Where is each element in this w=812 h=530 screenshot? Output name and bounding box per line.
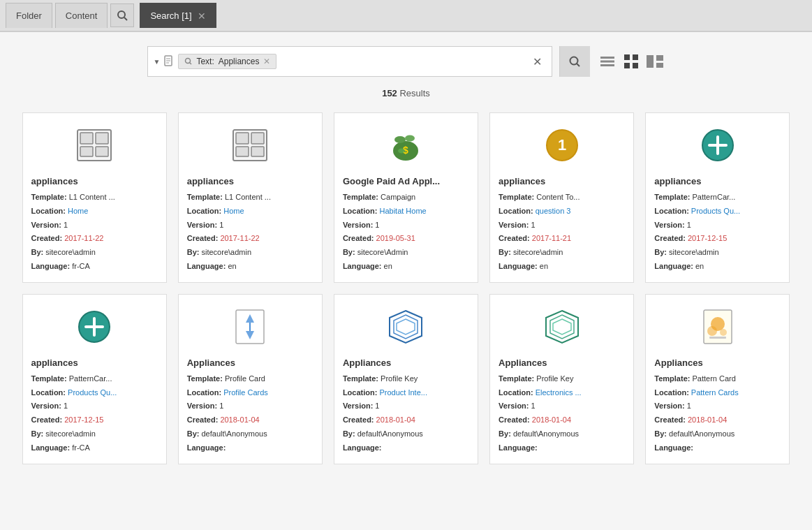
location-value[interactable]: Profile Cards (223, 388, 268, 397)
by-value: sitecore\admin (45, 429, 96, 438)
panel-view-icon (646, 54, 664, 68)
result-card-7[interactable]: Appliances Template: Profile Key Locatio… (334, 294, 478, 464)
result-card-6[interactable]: Appliances Template: Profile Card Locati… (178, 294, 323, 464)
result-card-5[interactable]: appliances Template: PatternCar... Locat… (22, 294, 167, 464)
svg-rect-10 (600, 57, 614, 59)
created-label: Created: (654, 234, 686, 242)
main-content: ▼ Text: (0, 32, 812, 530)
location-value[interactable]: Products Qu... (68, 388, 117, 397)
template-value: Profile Card (225, 374, 265, 383)
result-card-4[interactable]: appliances Template: PatternCar... Locat… (645, 112, 790, 283)
version-label: Version: (343, 402, 373, 410)
location-label: Location: (187, 388, 222, 397)
svg-rect-24 (96, 147, 108, 156)
svg-rect-29 (251, 147, 264, 156)
location-value[interactable]: Habitat Home (379, 207, 426, 215)
language-label: Language: (343, 262, 382, 270)
search-tab-icon[interactable] (110, 3, 134, 27)
by-value: default\Anonymous (669, 429, 735, 438)
location-value[interactable]: Home (223, 207, 244, 215)
svg-marker-47 (390, 311, 422, 343)
by-label: By: (499, 429, 511, 438)
search-clear-button[interactable]: ✕ (529, 55, 546, 68)
location-label: Location: (343, 207, 378, 215)
card-icon-area: $ (343, 124, 469, 166)
template-value: PatternCar... (69, 374, 112, 383)
created-value: 2018-01-04 (688, 415, 727, 424)
card-meta: Template: L1 Content ... Location: Home … (31, 191, 158, 274)
version-label: Version: (654, 221, 684, 229)
created-label: Created: (499, 415, 530, 424)
svg-point-55 (707, 326, 717, 336)
template-label: Template: (31, 374, 67, 383)
result-card-8[interactable]: Appliances Template: Profile Key Locatio… (489, 294, 634, 464)
panel-view-button[interactable] (644, 51, 665, 72)
template-label: Template: (187, 374, 223, 383)
location-value[interactable]: Product Inte... (379, 388, 427, 397)
language-label: Language: (187, 262, 226, 270)
template-label: Template: (654, 193, 690, 201)
result-card-1[interactable]: appliances Template: L1 Content ... Loca… (178, 112, 323, 283)
created-label: Created: (187, 234, 219, 242)
card-icon-area (654, 124, 781, 166)
svg-marker-49 (397, 319, 415, 334)
language-label: Language: (187, 443, 226, 452)
location-value[interactable]: Home (68, 207, 88, 215)
card-meta: Template: Campaign Location: Habitat Hom… (343, 191, 469, 274)
card-icon-area (499, 306, 625, 348)
location-value[interactable]: question 3 (536, 207, 571, 215)
location-value[interactable]: Electronics ... (536, 388, 582, 397)
svg-rect-26 (236, 133, 249, 144)
created-label: Created: (343, 415, 374, 424)
card-meta: Template: Profile Card Location: Profile… (187, 372, 313, 455)
version-value: 1 (64, 402, 68, 410)
search-dropdown-arrow[interactable]: ▼ (154, 58, 161, 66)
tab-search-close[interactable]: ✕ (198, 10, 206, 22)
svg-line-1 (124, 17, 127, 20)
tab-content[interactable]: Content (55, 3, 108, 28)
svg-rect-11 (600, 61, 614, 63)
tab-bar: Folder Content Search [1] ✕ (0, 0, 812, 32)
grid-view-button[interactable] (621, 51, 642, 72)
list-view-button[interactable] (597, 51, 618, 72)
by-value: sitecore\admin (45, 248, 96, 256)
card-meta: Template: Pattern Card Location: Pattern… (654, 372, 781, 455)
language-value: fr-CA (72, 262, 90, 270)
language-value: en (228, 262, 236, 270)
template-label: Template: (343, 193, 378, 201)
card-icon-area: 1 (499, 124, 625, 166)
created-label: Created: (499, 234, 530, 242)
svg-point-0 (118, 11, 125, 18)
version-value: 1 (219, 402, 223, 410)
by-value: sitecore\admin (513, 248, 563, 256)
by-label: By: (31, 248, 44, 256)
search-tag-close[interactable]: ✕ (263, 57, 270, 66)
search-submit-button[interactable] (559, 46, 590, 77)
language-label: Language: (499, 262, 538, 270)
version-value: 1 (687, 402, 691, 410)
card-title: appliances (187, 176, 234, 186)
language-value: en (695, 262, 704, 270)
version-value: 1 (531, 221, 536, 229)
result-card-0[interactable]: appliances Template: L1 Content ... Loca… (22, 112, 167, 283)
template-value: Profile Key (536, 374, 573, 383)
template-value: Profile Key (381, 374, 418, 383)
result-card-2[interactable]: $ Google Paid Ad Appl... Template: Campa… (334, 112, 478, 283)
by-label: By: (654, 248, 667, 256)
location-value[interactable]: Products Qu... (691, 207, 740, 215)
result-card-9[interactable]: Appliances Template: Pattern Card Locati… (645, 294, 790, 464)
card-title: Appliances (499, 358, 547, 368)
tab-folder[interactable]: Folder (6, 3, 52, 28)
language-value: en (384, 262, 392, 270)
version-label: Version: (187, 221, 217, 229)
tab-search-label: Search [1] (150, 10, 191, 21)
svg-marker-51 (550, 315, 574, 339)
results-label: Results (399, 88, 429, 98)
card-title: appliances (499, 176, 545, 186)
created-value: 2017-11-21 (532, 234, 571, 242)
result-card-3[interactable]: 1 appliances Template: Content To... Loc… (489, 112, 634, 283)
by-label: By: (343, 429, 355, 438)
by-value: sitecore\Admin (357, 248, 408, 256)
tab-search[interactable]: Search [1] ✕ (140, 3, 216, 28)
location-value[interactable]: Pattern Cards (691, 388, 739, 397)
